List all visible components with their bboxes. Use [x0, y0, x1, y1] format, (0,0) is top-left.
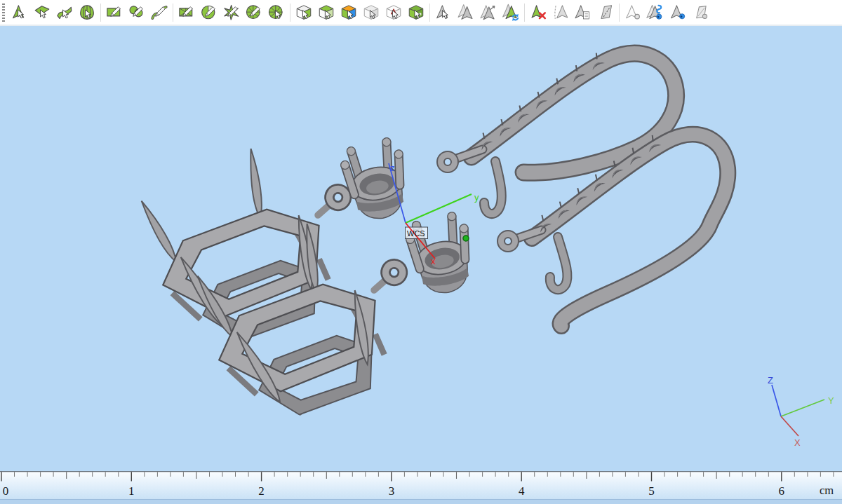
draw-wheel-surface-icon[interactable] [244, 2, 264, 23]
select-solid-multi-face-icon[interactable] [339, 2, 359, 23]
draw-rectangle-surface-icon [105, 4, 123, 22]
ruler-number: 4 [519, 484, 525, 498]
draw-wheel-surface-icon [245, 4, 263, 22]
select-hidden-icon[interactable] [551, 2, 570, 23]
toolbar-separator [524, 4, 525, 22]
select-solid-ghost-icon [362, 4, 380, 22]
ruler-track [0, 471, 842, 499]
select-wheel-surface-icon [267, 4, 286, 22]
selection-edit-tools [528, 2, 615, 23]
draw-mesh-surface-icon [178, 4, 196, 22]
pick-point-icon[interactable] [623, 2, 643, 23]
invert-selection-icon [502, 4, 520, 22]
pick-surface-point-icon[interactable] [690, 2, 710, 23]
point-pick-tools [623, 2, 710, 23]
draw-pie-surface-icon[interactable] [199, 2, 219, 23]
draw-blend-surface-icon[interactable] [127, 2, 147, 23]
main-toolbar [0, 0, 842, 26]
toolbar-separator [173, 4, 173, 22]
deselect-all-icon[interactable] [528, 2, 548, 23]
ruler-number: 0 [3, 484, 9, 498]
ruler-number: 2 [258, 484, 265, 498]
viewport[interactable]: WCS z y x Z Y X [0, 0, 842, 504]
toolbar-separator [290, 4, 290, 22]
draw-pie-surface-icon [200, 4, 218, 22]
select-surface-icon [33, 4, 51, 22]
selection-set-tools [434, 2, 521, 23]
select-solid-ghost-icon[interactable] [361, 2, 381, 23]
ruler-bottom-strip [0, 499, 842, 504]
select-hidden-icon [552, 4, 570, 22]
toolbar-separator [100, 4, 101, 22]
draw-curve-icon [150, 4, 168, 22]
triad-y-label: Y [828, 395, 834, 406]
pick-object-point-icon[interactable] [668, 2, 688, 23]
select-curve-icon[interactable] [10, 2, 29, 23]
select-solid-normal-icon[interactable] [406, 2, 426, 23]
select-clipped-icon[interactable] [596, 2, 615, 23]
deselect-all-icon [529, 4, 547, 22]
solid-select-tools [294, 2, 426, 23]
pick-surface-point-icon [691, 4, 709, 22]
pick-curve-point-icon[interactable] [646, 2, 665, 23]
pick-object-point-icon [669, 4, 687, 22]
draw-blend-surface-icon [128, 4, 146, 22]
add-to-selection-icon [457, 4, 475, 22]
ruler-number: 3 [389, 484, 395, 498]
triad-x-label: X [794, 437, 801, 448]
swap-selection-icon [479, 4, 497, 22]
select-previous-icon [434, 4, 453, 22]
select-solid-face-icon [295, 4, 313, 22]
triad-z-label: Z [768, 375, 773, 386]
patterned-surface-tools [177, 2, 286, 23]
ruler-unit-label: cm [820, 484, 834, 497]
select-wheel-surface-icon[interactable] [267, 2, 286, 23]
bottom-ruler: 0123456 cm [0, 471, 842, 504]
selection-filter-tools [10, 2, 97, 23]
select-solid-multi-face-icon [340, 4, 358, 22]
select-solid-top-icon[interactable] [316, 2, 336, 23]
select-free-surface-icon[interactable] [55, 2, 74, 23]
draw-rectangle-surface-icon[interactable] [105, 2, 124, 23]
select-solid-interior-icon[interactable] [384, 2, 403, 23]
select-clipped-icon [596, 4, 615, 22]
pick-point-icon [624, 4, 642, 22]
copy-selection-icon [574, 4, 592, 22]
point-object[interactable] [463, 236, 469, 241]
copy-selection-icon[interactable] [573, 2, 593, 23]
toolbar-grip[interactable] [2, 4, 5, 22]
invert-selection-icon[interactable] [501, 2, 521, 23]
select-solid-normal-icon [407, 4, 425, 22]
select-free-surface-icon [55, 4, 74, 22]
select-solid-icon[interactable] [77, 2, 97, 23]
add-to-selection-icon[interactable] [456, 2, 476, 23]
ruler-number: 5 [648, 484, 655, 498]
select-previous-icon[interactable] [434, 2, 453, 23]
draw-mesh-surface-icon[interactable] [177, 2, 196, 23]
surface-create-tools [105, 2, 169, 23]
draw-curve-icon[interactable] [149, 2, 169, 23]
toolbar-separator [429, 4, 430, 22]
draw-pinwheel-surface-icon[interactable] [222, 2, 241, 23]
wcs-x-label: x [431, 256, 436, 266]
ruler-number: 1 [128, 484, 135, 498]
wcs-label: WCS [407, 229, 425, 238]
pick-curve-point-icon [646, 4, 664, 22]
toolbar-separator [619, 4, 620, 22]
swap-selection-icon[interactable] [479, 2, 498, 23]
select-solid-top-icon [317, 4, 335, 22]
select-solid-interior-icon [385, 4, 403, 22]
ruler-number: 6 [779, 484, 785, 498]
select-curve-icon [11, 4, 29, 22]
select-surface-icon[interactable] [32, 2, 52, 23]
draw-pinwheel-surface-icon [222, 4, 241, 22]
wcs-y-label: y [474, 192, 479, 203]
select-solid-face-icon[interactable] [294, 2, 314, 23]
wcs-z-label: z [390, 163, 395, 173]
select-solid-icon [78, 4, 96, 22]
